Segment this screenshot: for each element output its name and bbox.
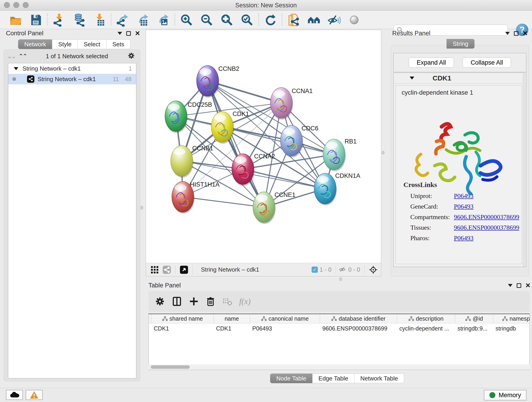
grid-view-icon[interactable] — [151, 266, 159, 274]
right-splitter-handle[interactable] — [382, 151, 385, 154]
panel-close-icon[interactable]: ✕ — [135, 31, 140, 36]
column-header-database-identifier[interactable]: database identifier — [320, 314, 397, 323]
export-image-button[interactable] — [153, 13, 173, 27]
import-network-file-button[interactable] — [49, 13, 69, 27]
network-view: CCNB2CCNA1CDC25BCDK1CDC6RB1CCNB1CCNA2CDK… — [146, 30, 381, 276]
bottom-splitter-handle[interactable] — [339, 277, 342, 281]
expand-all-icon[interactable]: ⌃⌃ — [19, 53, 27, 60]
toggle-birdseye-button[interactable] — [344, 13, 364, 27]
network-node-cdkn1a[interactable]: CDKN1A — [314, 172, 360, 205]
network-node-ccna1[interactable]: CCNA1 — [270, 88, 313, 120]
node-label-ccnb1: CCNB1 — [192, 145, 213, 152]
crosslink-label: Compartments: — [410, 213, 454, 221]
tab-network[interactable]: Network — [18, 39, 52, 49]
gene-header-row[interactable]: CDK1 — [394, 73, 526, 83]
export-network-button[interactable] — [113, 13, 133, 27]
warnings-button[interactable] — [26, 390, 43, 400]
home-pages-button[interactable] — [304, 13, 324, 27]
zoom-selected-button[interactable] — [237, 13, 257, 27]
crosslink-link[interactable]: 9606.ENSP00000378699 — [454, 213, 519, 221]
window-title: Session: New Session — [0, 2, 532, 9]
network-row[interactable]: String Network – cdk1 11 48 — [8, 74, 136, 84]
network-collection-row[interactable]: String Network – cdk1 1 — [8, 63, 136, 74]
column-header-description[interactable]: description — [397, 314, 455, 323]
results-scrollbar[interactable] — [523, 73, 526, 267]
table-float-icon[interactable] — [517, 283, 521, 288]
expand-all-button[interactable]: Expand All — [409, 57, 454, 68]
gene-collapse-icon[interactable] — [410, 77, 414, 80]
collapse-all-icon[interactable]: ⌄⌄ — [7, 53, 15, 60]
refresh-view-icon — [264, 13, 277, 27]
tab-node-table[interactable]: Node Table — [270, 374, 312, 383]
network-node-ccnb1[interactable]: CCNB1 — [171, 145, 213, 178]
export-table-button[interactable] — [133, 13, 153, 27]
column-header-name[interactable]: name — [214, 314, 250, 323]
save-session-button[interactable] — [26, 13, 46, 27]
crosslink-link[interactable]: 9606.ENSP00000378699 — [454, 224, 519, 231]
tree-expand-icon[interactable] — [14, 67, 18, 70]
results-float-icon[interactable] — [514, 31, 519, 36]
network-node-cdc6[interactable]: CDC6 — [280, 125, 318, 157]
import-table-file-button[interactable] — [89, 13, 109, 27]
crosslinks-title: CrossLinks — [404, 181, 437, 189]
table-collapse-icon[interactable] — [508, 284, 513, 287]
add-column-icon[interactable] — [189, 296, 199, 306]
crosslink-link[interactable]: P06493 — [454, 235, 474, 242]
string-view-icon[interactable] — [162, 265, 171, 274]
delete-column-trash-icon[interactable] — [206, 297, 215, 306]
table-settings-gear-icon[interactable] — [155, 296, 165, 306]
hide-unhide-button[interactable] — [324, 13, 344, 27]
tab-string[interactable]: String — [447, 39, 475, 49]
column-header-canonical-name[interactable]: canonical name — [250, 314, 320, 323]
results-close-icon[interactable]: ✕ — [523, 31, 528, 36]
network-node-ccne1[interactable]: CCNE1 — [253, 191, 296, 224]
network-node-cdk1[interactable]: CDK1 — [211, 110, 249, 144]
export-table-icon — [136, 13, 150, 27]
column-header-namespace[interactable]: namespace — [493, 314, 530, 323]
refresh-view-button[interactable] — [260, 13, 280, 27]
left-splitter-handle[interactable] — [140, 206, 143, 210]
tab-edge-table[interactable]: Edge Table — [312, 374, 355, 383]
table-row[interactable]: CDK1CDK1P064939606.ENSP00000378699cyclin… — [149, 323, 530, 333]
zoom-fit-button[interactable] — [217, 13, 237, 27]
collapse-all-button[interactable]: Collapse All — [462, 57, 511, 68]
network-node-hist1h1a[interactable]: HIST1H1A — [172, 181, 220, 214]
table-panel-title: Table Panel — [148, 282, 181, 289]
share-document-button[interactable] — [284, 13, 304, 27]
import-network-database-button[interactable] — [69, 13, 89, 27]
selected-checkbox[interactable]: ✓ — [312, 267, 318, 273]
network-options-gear-icon[interactable] — [127, 51, 135, 61]
open-session-button[interactable] — [6, 13, 26, 27]
crosslink-link[interactable]: P06493 — [454, 192, 474, 200]
zoom-out-button[interactable] — [196, 13, 217, 27]
node-label-ccne1: CCNE1 — [274, 191, 296, 198]
tab-sets[interactable]: Sets — [106, 39, 130, 49]
results-collapse-icon[interactable] — [505, 32, 510, 35]
panel-float-icon[interactable] — [126, 31, 131, 36]
memory-button[interactable]: Memory — [484, 390, 526, 400]
table-close-icon[interactable]: ✕ — [525, 283, 531, 288]
panel-collapse-icon[interactable] — [118, 32, 122, 35]
show-columns-icon[interactable] — [172, 296, 182, 306]
column-header-id[interactable]: @id — [455, 314, 493, 323]
network-node-cdc25b[interactable]: CDC25B — [165, 101, 212, 133]
crosslink-row: Uniprot:P06493 — [410, 192, 522, 200]
zoom-in-button[interactable] — [177, 13, 196, 27]
tab-style[interactable]: Style — [52, 39, 78, 49]
table-hscrollbar-thumb[interactable] — [151, 365, 190, 369]
network-canvas[interactable]: CCNB2CCNA1CDC25BCDK1CDC6RB1CCNB1CCNA2CDK… — [146, 30, 381, 263]
birdseye-toggle-icon[interactable] — [180, 265, 188, 274]
fit-selected-crosshair-icon[interactable] — [369, 265, 378, 274]
crosslink-link[interactable]: P06493 — [454, 203, 474, 210]
table-cell: CDK1 — [214, 325, 250, 332]
tab-select[interactable]: Select — [77, 39, 106, 49]
column-header-label: shared name — [170, 315, 203, 322]
export-network-icon — [116, 13, 129, 27]
network-node-ccnb2[interactable]: CCNB2 — [196, 65, 239, 98]
network-node-rb1[interactable]: RB1 — [323, 138, 357, 171]
titlebar: Session: New Session — [0, 0, 532, 11]
cloud-status-button[interactable] — [6, 390, 23, 400]
tab-network-table[interactable]: Network Table — [354, 374, 404, 383]
network-edge-count: 48 — [125, 76, 132, 83]
column-header-shared-name[interactable]: shared name — [152, 314, 214, 323]
